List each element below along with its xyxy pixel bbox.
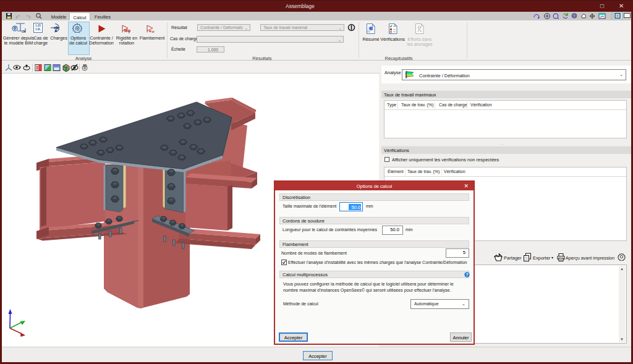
svg-text:Mφ: Mφ	[124, 28, 130, 33]
svg-text:1.6L: 1.6L	[35, 28, 41, 31]
svg-text:?: ?	[466, 273, 469, 277]
svg-text:1.20: 1.20	[35, 24, 41, 27]
svg-text:3D: 3D	[83, 64, 87, 67]
svg-text:cr: cr	[152, 30, 155, 33]
svg-text:α: α	[149, 29, 151, 33]
